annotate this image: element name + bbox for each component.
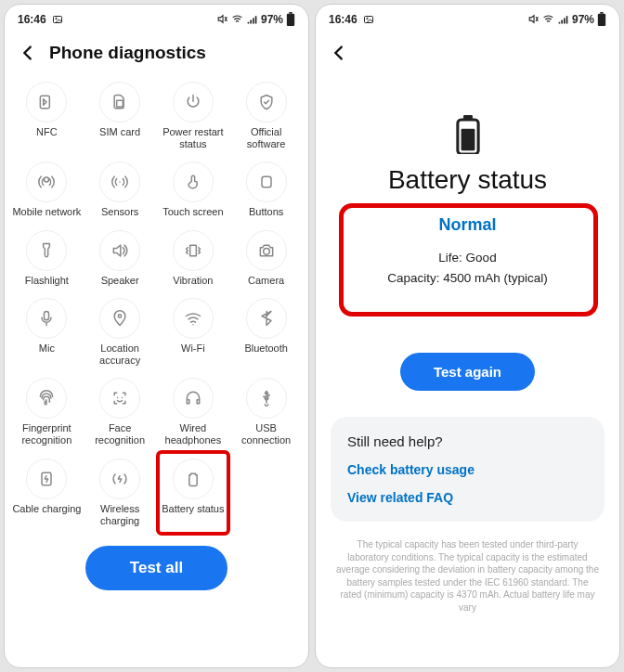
diag-item-battery[interactable]: Battery status <box>157 453 230 533</box>
diag-item-label: Mic <box>39 342 55 355</box>
capacity-footnote: The typical capacity has been tested und… <box>316 522 619 614</box>
svg-rect-7 <box>598 14 605 26</box>
back-icon[interactable] <box>329 43 349 63</box>
status-bar: 16:46 97% <box>5 5 308 30</box>
image-icon <box>52 14 63 25</box>
status-battery-pct: 97% <box>572 13 594 26</box>
flashlight-icon <box>26 230 67 271</box>
mic-icon <box>26 298 67 339</box>
battery-life-label: Life: Good <box>351 248 584 268</box>
sim-icon <box>99 82 140 123</box>
diag-item-camera[interactable]: Camera <box>229 225 303 292</box>
diag-item-speaker[interactable]: Speaker <box>84 225 157 292</box>
mute-icon <box>527 13 540 25</box>
headphones-icon <box>173 378 214 419</box>
battery-icon <box>597 12 606 26</box>
check-battery-usage-link[interactable]: Check battery usage <box>347 462 588 477</box>
diag-item-nfc[interactable]: NFC <box>10 76 84 156</box>
diag-item-shield[interactable]: Official software <box>229 76 303 156</box>
diag-item-label: Wi-Fi <box>181 342 205 355</box>
svg-rect-6 <box>600 12 603 14</box>
diag-item-touch[interactable]: Touch screen <box>157 156 230 224</box>
diag-item-label: Sensors <box>101 206 138 218</box>
svg-rect-4 <box>364 16 372 22</box>
diag-item-flashlight[interactable]: Flashlight <box>10 225 84 292</box>
page-title: Phone diagnostics <box>49 43 206 63</box>
diag-item-label: SIM card <box>99 126 140 138</box>
diag-item-power[interactable]: Power restart status <box>157 76 230 156</box>
speaker-icon <box>99 230 140 271</box>
nfc-icon <box>26 82 67 123</box>
diag-item-label: Power restart status <box>159 126 228 150</box>
shield-icon <box>246 82 287 123</box>
diag-item-label: Fingerprint recognition <box>12 422 81 446</box>
header: Phone diagnostics <box>5 30 308 74</box>
battery-status-screen: 16:46 97% Battery status Normal Life: Go… <box>315 4 620 668</box>
diag-item-label: Wired headphones <box>159 422 228 446</box>
diag-item-sensors[interactable]: Sensors <box>84 156 157 224</box>
vibration-icon <box>173 230 214 271</box>
diag-item-label: Battery status <box>162 503 224 515</box>
battery-large-icon <box>452 113 484 156</box>
test-all-button[interactable]: Test all <box>85 546 228 590</box>
diag-item-fingerprint[interactable]: Fingerprint recognition <box>10 372 84 452</box>
diag-item-label: Wireless charging <box>85 503 154 527</box>
diag-item-wifi[interactable]: Wi-Fi <box>157 292 230 372</box>
diag-item-sim[interactable]: SIM card <box>84 76 157 156</box>
diag-item-label: Cable charging <box>12 503 81 515</box>
svg-rect-3 <box>287 14 294 26</box>
status-time: 16:46 <box>18 13 46 26</box>
cable-charge-icon <box>26 459 67 499</box>
diag-item-face[interactable]: Face recognition <box>84 372 157 452</box>
diag-item-headphones[interactable]: Wired headphones <box>157 372 230 452</box>
wireless-charge-icon <box>99 459 140 499</box>
diagnostics-grid: NFCSIM cardPower restart statusOfficial … <box>5 74 308 535</box>
diag-item-buttons[interactable]: Buttons <box>229 156 303 224</box>
diag-item-label: NFC <box>36 126 58 138</box>
wifi-icon <box>542 13 554 25</box>
diag-item-label: USB connection <box>232 422 301 446</box>
signal-icon <box>246 13 258 25</box>
diag-item-wireless-charge[interactable]: Wireless charging <box>84 453 157 533</box>
back-icon[interactable] <box>18 43 38 63</box>
diag-item-antenna[interactable]: Mobile network <box>10 156 84 224</box>
diag-item-label: Bluetooth <box>244 342 287 355</box>
header <box>316 30 619 74</box>
battery-status-title: Battery status <box>388 165 547 195</box>
diag-item-cable-charge[interactable]: Cable charging <box>10 453 84 533</box>
battery-status-value: Normal <box>351 215 584 235</box>
bluetooth-icon <box>246 298 287 339</box>
diag-item-label: Face recognition <box>85 422 154 446</box>
location-icon <box>99 298 140 339</box>
help-title: Still need help? <box>347 433 588 449</box>
svg-rect-0 <box>53 16 61 22</box>
diag-item-label: Buttons <box>249 206 283 218</box>
diag-item-mic[interactable]: Mic <box>10 292 84 372</box>
svg-rect-2 <box>289 12 292 14</box>
status-bar: 16:46 97% <box>316 5 619 30</box>
diag-item-bluetooth[interactable]: Bluetooth <box>229 292 303 372</box>
diag-item-label: Speaker <box>101 275 139 287</box>
buttons-icon <box>246 162 287 202</box>
sensors-icon <box>99 162 140 202</box>
diag-item-label: Mobile network <box>12 206 81 218</box>
view-related-faq-link[interactable]: View related FAQ <box>347 490 588 505</box>
battery-icon <box>286 12 295 26</box>
antenna-icon <box>26 162 67 202</box>
diag-item-usb[interactable]: USB connection <box>229 372 303 452</box>
camera-icon <box>246 230 287 271</box>
diag-item-vibration[interactable]: Vibration <box>157 225 230 292</box>
help-card: Still need help? Check battery usage Vie… <box>331 417 604 522</box>
wifi-icon <box>173 298 214 339</box>
svg-point-1 <box>55 18 57 19</box>
diag-item-location[interactable]: Location accuracy <box>84 292 157 372</box>
test-again-button[interactable]: Test again <box>400 353 535 391</box>
diag-item-label: Location accuracy <box>85 342 154 367</box>
svg-point-5 <box>366 18 368 19</box>
usb-icon <box>246 378 287 419</box>
battery-icon <box>173 459 214 499</box>
power-icon <box>173 82 214 123</box>
status-time: 16:46 <box>329 13 358 26</box>
image-icon <box>363 14 374 25</box>
diag-item-label: Touch screen <box>162 206 223 218</box>
